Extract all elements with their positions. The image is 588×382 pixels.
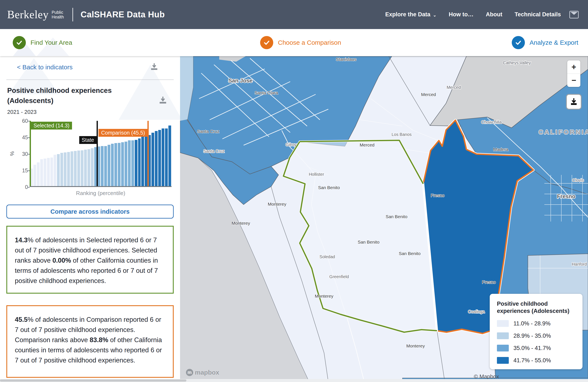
county-bar[interactable] bbox=[131, 140, 134, 186]
check-circle-icon bbox=[512, 36, 525, 49]
county-bar[interactable] bbox=[74, 151, 77, 186]
comparison-marker-line bbox=[147, 121, 149, 186]
map-label-fresno: Fresno bbox=[557, 193, 575, 200]
map-label-soledad: Soledad bbox=[319, 254, 335, 259]
header-divider bbox=[72, 8, 73, 22]
check-circle-icon bbox=[260, 36, 273, 49]
nav-item-how-to-[interactable]: How to… bbox=[449, 11, 473, 18]
y-tick-label: 0 bbox=[15, 184, 28, 190]
map-label-los-banos: Los Banos bbox=[392, 132, 412, 137]
map-label-monterey: Monterey bbox=[268, 202, 286, 206]
y-tick-mark bbox=[28, 137, 30, 138]
berkeley-public-health-logo[interactable]: Berkeley Public Health bbox=[7, 8, 64, 21]
mail-icon[interactable] bbox=[569, 11, 579, 19]
legend-row: 28.9% - 35.0% bbox=[497, 332, 575, 339]
indicator-title: Positive childhood experiences (Adolesce… bbox=[7, 86, 147, 106]
county-bar[interactable] bbox=[81, 150, 84, 186]
map-label-madera: Madera bbox=[493, 147, 508, 152]
map-label-san-benito: San Benito bbox=[318, 185, 340, 190]
comparison-marker-badge: Comparison (45.5) bbox=[99, 129, 147, 137]
map-label-fresno: Fresno bbox=[482, 280, 496, 285]
county-bar[interactable] bbox=[33, 165, 36, 186]
county-bar[interactable] bbox=[47, 158, 50, 186]
county-bar[interactable] bbox=[60, 153, 63, 186]
legend-swatch bbox=[497, 320, 509, 327]
back-to-indicators-link[interactable]: < Back to indicators bbox=[17, 64, 73, 71]
chart-plot: Selected (14.3)StateComparison (45.5) bbox=[30, 121, 171, 187]
county-bar[interactable] bbox=[141, 136, 144, 186]
compare-across-indicators-button[interactable]: Compare across indicators bbox=[6, 204, 174, 219]
step-find-your-area[interactable]: Find Your Area bbox=[13, 29, 72, 56]
legend-row: 41.7% - 55.0% bbox=[497, 357, 575, 364]
county-bar[interactable] bbox=[138, 138, 141, 186]
mapbox-logo[interactable]: m mapbox bbox=[186, 369, 219, 376]
nav-item-technical-details[interactable]: Technical Details bbox=[514, 11, 561, 18]
county-bar[interactable] bbox=[77, 151, 80, 186]
county-bar[interactable] bbox=[50, 157, 53, 186]
legend-row: 11.0% - 28.9% bbox=[497, 320, 575, 327]
nav-item-about[interactable]: About bbox=[486, 11, 502, 18]
map-label-stanislaus: Stanislaus bbox=[336, 57, 357, 62]
legend-row: 35.0% - 41.7% bbox=[497, 345, 575, 352]
county-bar[interactable] bbox=[162, 129, 164, 186]
county-bar[interactable] bbox=[135, 140, 137, 186]
zoom-in-button[interactable]: + bbox=[567, 60, 580, 74]
county-bar[interactable] bbox=[40, 159, 43, 186]
county-bar[interactable] bbox=[121, 142, 124, 186]
map-label-merced: Merced bbox=[421, 92, 436, 97]
map-label-greenfield: Greenfield bbox=[329, 274, 349, 279]
horizontal-scrollbar[interactable] bbox=[0, 379, 588, 382]
county-bar[interactable] bbox=[64, 152, 66, 186]
map-label-chowchilla: Chowchilla bbox=[481, 120, 502, 124]
legend-swatch bbox=[497, 357, 509, 364]
app-title: CalSHARE Data Hub bbox=[81, 10, 165, 19]
county-bar[interactable] bbox=[54, 155, 56, 186]
county-bar[interactable] bbox=[97, 146, 100, 186]
county-bar[interactable] bbox=[114, 143, 117, 186]
county-bar[interactable] bbox=[118, 143, 121, 186]
map-download-button[interactable] bbox=[566, 94, 582, 110]
map-label-gilroy: Gilroy bbox=[286, 142, 296, 147]
county-bar[interactable] bbox=[37, 162, 40, 186]
download-chart-icon[interactable] bbox=[158, 95, 168, 105]
map-label-san-jose: San Jose bbox=[228, 77, 252, 84]
download-icon[interactable] bbox=[149, 62, 159, 71]
legend-title: Positive childhood experiences (Adolesce… bbox=[497, 300, 575, 315]
map-label-hollister: Hollister bbox=[309, 172, 324, 177]
state-marker-line bbox=[97, 121, 98, 186]
selected-summary-box: 14.3% of adolescents in Selected reporte… bbox=[6, 226, 174, 293]
step-choose-a-comparison[interactable]: Choose a Comparison bbox=[260, 29, 341, 56]
step-analyze-export[interactable]: Analyze & Export bbox=[512, 29, 578, 56]
berkeley-wordmark: Berkeley bbox=[7, 8, 49, 21]
county-bar[interactable] bbox=[168, 126, 171, 186]
county-bar[interactable] bbox=[44, 158, 46, 186]
zoom-out-button[interactable]: − bbox=[567, 74, 580, 87]
county-bar[interactable] bbox=[91, 148, 94, 186]
county-bar[interactable] bbox=[165, 129, 168, 186]
scrollbar-thumb[interactable] bbox=[0, 380, 186, 382]
county-bar[interactable] bbox=[151, 133, 154, 186]
nav-item-explore-the-data[interactable]: Explore the Data⌄ bbox=[385, 11, 437, 18]
county-bar[interactable] bbox=[128, 140, 131, 186]
map-label-santa-cruz: Santa Cruz bbox=[197, 129, 219, 134]
map-label-merced: Merced bbox=[360, 142, 375, 147]
map-label-merced: Merced bbox=[447, 85, 461, 90]
county-bar[interactable] bbox=[155, 131, 158, 186]
county-bar[interactable] bbox=[57, 154, 60, 186]
county-bar[interactable] bbox=[101, 146, 104, 186]
choropleth-map[interactable]: StanislausSan JoseSanta ClaraMercedMerce… bbox=[180, 56, 588, 382]
state-marker-badge: State bbox=[79, 136, 97, 144]
county-bar[interactable] bbox=[108, 145, 110, 186]
map-label-monterey: Monterey bbox=[315, 293, 333, 298]
county-bar[interactable] bbox=[145, 136, 147, 186]
county-bar[interactable] bbox=[158, 130, 161, 186]
county-bar[interactable] bbox=[84, 150, 87, 186]
legend-range-label: 28.9% - 35.0% bbox=[513, 333, 551, 339]
comparison-value: 45.5 bbox=[15, 316, 27, 323]
county-bar[interactable] bbox=[87, 149, 90, 186]
county-bar[interactable] bbox=[67, 152, 70, 186]
county-bar[interactable] bbox=[104, 146, 107, 186]
county-bar[interactable] bbox=[70, 151, 73, 186]
county-bar[interactable] bbox=[125, 142, 127, 186]
county-bar[interactable] bbox=[111, 144, 114, 186]
